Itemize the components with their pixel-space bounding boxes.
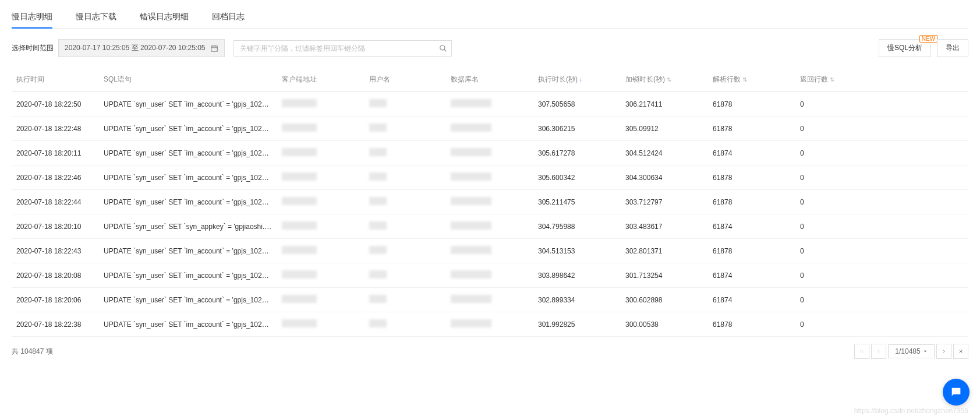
cell-duration: 304.513153 (533, 239, 621, 263)
col-rows-examined[interactable]: 解析行数⇅ (708, 68, 795, 92)
cell-lock: 300.00538 (621, 312, 708, 337)
search-input[interactable] (233, 40, 452, 57)
cell-db (446, 165, 533, 190)
cell-duration: 303.898642 (533, 263, 621, 288)
tab-2[interactable]: 错误日志明细 (140, 6, 189, 28)
svg-line-5 (444, 49, 446, 51)
cell-sent: 0 (795, 117, 968, 141)
tab-1[interactable]: 慢日志下载 (76, 6, 116, 28)
cell-time: 2020-07-18 18:20:06 (12, 288, 99, 312)
cell-sql: UPDATE `syn_user` SET `syn_appkey` = 'gp… (99, 214, 277, 239)
cell-db (446, 92, 533, 117)
table-row[interactable]: 2020-07-18 18:20:08UPDATE `syn_user` SET… (12, 263, 968, 288)
last-page-button[interactable] (953, 344, 968, 359)
cell-lock: 300.602898 (621, 288, 708, 312)
cell-db (446, 190, 533, 214)
col-client-addr[interactable]: 客户端地址 (277, 68, 365, 92)
col-duration[interactable]: 执行时长(秒)↓ (533, 68, 621, 92)
tab-3[interactable]: 回档日志 (212, 6, 245, 28)
cell-sql: UPDATE `syn_user` SET `im_account` = 'gp… (99, 165, 277, 190)
cell-sent: 0 (795, 263, 968, 288)
col-lock-time[interactable]: 加锁时长(秒)⇅ (621, 68, 708, 92)
cell-exam: 61878 (708, 92, 795, 117)
pagination: 1/10485 (854, 344, 968, 359)
cell-sql: UPDATE `syn_user` SET `im_account` = 'gp… (99, 239, 277, 263)
cell-db (446, 312, 533, 337)
next-page-button[interactable] (936, 344, 951, 359)
tabs: 慢日志明细慢日志下载错误日志明细回档日志 (12, 0, 968, 29)
table-row[interactable]: 2020-07-18 18:22:48UPDATE `syn_user` SET… (12, 117, 968, 141)
button-label: 导出 (946, 44, 960, 52)
cell-exam: 61874 (708, 288, 795, 312)
cell-lock: 303.483617 (621, 214, 708, 239)
tab-0[interactable]: 慢日志明细 (12, 6, 52, 28)
chat-fab-button[interactable] (943, 379, 970, 406)
sort-icon: ⇅ (667, 76, 671, 83)
cell-user (365, 214, 446, 239)
table-row[interactable]: 2020-07-18 18:22:46UPDATE `syn_user` SET… (12, 165, 968, 190)
cell-sql: UPDATE `syn_user` SET `im_account` = 'gp… (99, 288, 277, 312)
cell-client (277, 165, 365, 190)
cell-sql: UPDATE `syn_user` SET `im_account` = 'gp… (99, 141, 277, 165)
cell-sent: 0 (795, 190, 968, 214)
cell-sql: UPDATE `syn_user` SET `im_account` = 'gp… (99, 312, 277, 337)
slow-log-table: 执行时间 SQL语句 客户端地址 用户名 数据库名 执行时长(秒)↓ 加锁时长(… (12, 68, 968, 337)
cell-sql: UPDATE `syn_user` SET `im_account` = 'gp… (99, 117, 277, 141)
prev-page-button[interactable] (871, 344, 886, 359)
calendar-icon (210, 44, 218, 52)
table-row[interactable]: 2020-07-18 18:22:44UPDATE `syn_user` SET… (12, 190, 968, 214)
cell-duration: 302.899334 (533, 288, 621, 312)
cell-time: 2020-07-18 18:22:44 (12, 190, 99, 214)
svg-point-4 (440, 45, 444, 50)
cell-duration: 301.992825 (533, 312, 621, 337)
table-row[interactable]: 2020-07-18 18:20:11UPDATE `syn_user` SET… (12, 141, 968, 165)
cell-client (277, 214, 365, 239)
total-count: 共 104847 项 (12, 347, 53, 357)
cell-lock: 302.801371 (621, 239, 708, 263)
cell-sent: 0 (795, 165, 968, 190)
cell-duration: 305.600342 (533, 165, 621, 190)
cell-duration: 305.617278 (533, 141, 621, 165)
cell-lock: 303.712797 (621, 190, 708, 214)
col-db-name[interactable]: 数据库名 (446, 68, 533, 92)
cell-db (446, 239, 533, 263)
watermark: https://blog.csdn.net/zhongzhen7355 (854, 407, 968, 415)
cell-sent: 0 (795, 312, 968, 337)
cell-user (365, 165, 446, 190)
col-rows-sent[interactable]: 返回行数⇅ (795, 68, 968, 92)
page-indicator[interactable]: 1/10485 (888, 344, 935, 358)
chevron-down-icon (923, 349, 928, 354)
cell-exam: 61878 (708, 190, 795, 214)
col-username[interactable]: 用户名 (365, 68, 446, 92)
cell-time: 2020-07-18 18:22:38 (12, 312, 99, 337)
table-row[interactable]: 2020-07-18 18:22:50UPDATE `syn_user` SET… (12, 92, 968, 117)
slow-sql-analyze-button[interactable]: 慢SQL分析 NEW (879, 39, 931, 57)
first-page-button[interactable] (854, 344, 869, 359)
cell-user (365, 117, 446, 141)
cell-client (277, 117, 365, 141)
cell-lock: 306.217411 (621, 92, 708, 117)
search-icon[interactable] (439, 44, 447, 52)
cell-sql: UPDATE `syn_user` SET `im_account` = 'gp… (99, 263, 277, 288)
col-exec-time[interactable]: 执行时间 (12, 68, 99, 92)
cell-client (277, 312, 365, 337)
table-row[interactable]: 2020-07-18 18:22:43UPDATE `syn_user` SET… (12, 239, 968, 263)
table-row[interactable]: 2020-07-18 18:20:10UPDATE `syn_user` SET… (12, 214, 968, 239)
export-button[interactable]: 导出 (937, 39, 968, 57)
cell-client (277, 92, 365, 117)
cell-exam: 61874 (708, 214, 795, 239)
cell-sent: 0 (795, 239, 968, 263)
cell-sent: 0 (795, 141, 968, 165)
date-range-picker[interactable]: 2020-07-17 10:25:05 至 2020-07-20 10:25:0… (58, 39, 225, 57)
table-row[interactable]: 2020-07-18 18:20:06UPDATE `syn_user` SET… (12, 288, 968, 312)
table-row[interactable]: 2020-07-18 18:22:38UPDATE `syn_user` SET… (12, 312, 968, 337)
cell-sent: 0 (795, 288, 968, 312)
cell-lock: 301.713254 (621, 263, 708, 288)
cell-duration: 306.306215 (533, 117, 621, 141)
cell-time: 2020-07-18 18:20:08 (12, 263, 99, 288)
svg-marker-7 (924, 351, 926, 352)
col-sql[interactable]: SQL语句 (99, 68, 277, 92)
cell-duration: 304.795988 (533, 214, 621, 239)
cell-exam: 61878 (708, 165, 795, 190)
cell-client (277, 190, 365, 214)
